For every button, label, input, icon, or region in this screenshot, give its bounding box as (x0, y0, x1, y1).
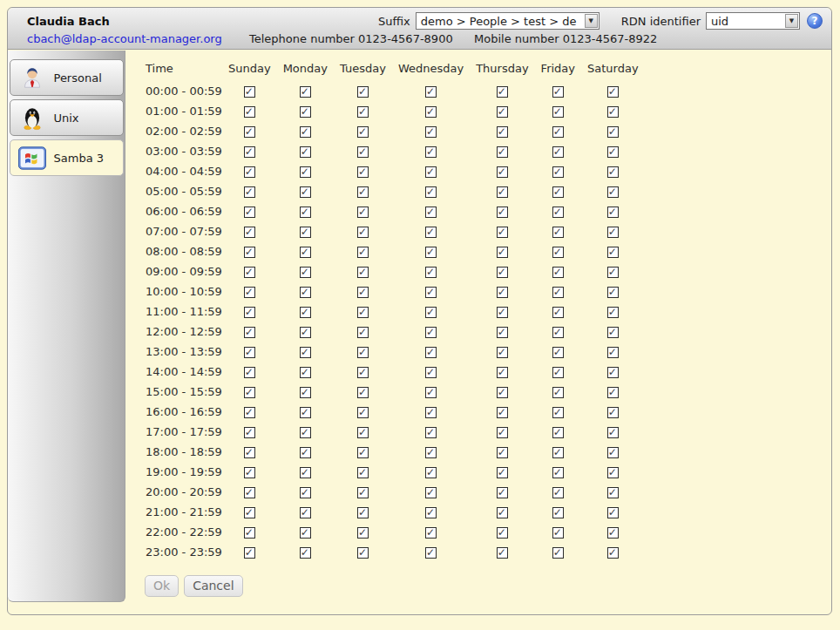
hour-checkbox-sunday[interactable] (244, 247, 255, 258)
hour-checkbox-monday[interactable] (300, 447, 311, 458)
hour-checkbox-saturday[interactable] (607, 247, 619, 258)
hour-checkbox-wednesday[interactable] (425, 427, 437, 438)
hour-checkbox-monday[interactable] (300, 367, 311, 378)
hour-checkbox-wednesday[interactable] (425, 487, 437, 498)
hour-checkbox-monday[interactable] (300, 407, 311, 418)
hour-checkbox-saturday[interactable] (607, 146, 619, 158)
hour-checkbox-thursday[interactable] (497, 507, 508, 518)
hour-checkbox-wednesday[interactable] (425, 146, 437, 158)
hour-checkbox-tuesday[interactable] (357, 507, 369, 518)
hour-checkbox-wednesday[interactable] (425, 507, 437, 518)
hour-checkbox-saturday[interactable] (607, 547, 619, 559)
hour-checkbox-thursday[interactable] (497, 327, 508, 338)
hour-checkbox-sunday[interactable] (244, 367, 255, 378)
rdn-identifier-select[interactable]: uid ▼ (706, 12, 800, 30)
hour-checkbox-thursday[interactable] (497, 126, 508, 138)
hour-checkbox-friday[interactable] (552, 166, 564, 178)
hour-checkbox-sunday[interactable] (244, 347, 255, 358)
hour-checkbox-friday[interactable] (552, 407, 564, 418)
hour-checkbox-wednesday[interactable] (425, 447, 437, 458)
hour-checkbox-saturday[interactable] (607, 427, 619, 438)
hour-checkbox-tuesday[interactable] (357, 86, 369, 98)
hour-checkbox-saturday[interactable] (607, 166, 619, 178)
hour-checkbox-tuesday[interactable] (357, 186, 369, 198)
hour-checkbox-tuesday[interactable] (357, 247, 369, 258)
hour-checkbox-saturday[interactable] (607, 527, 619, 539)
hour-checkbox-friday[interactable] (552, 527, 564, 539)
hour-checkbox-thursday[interactable] (497, 347, 508, 358)
hour-checkbox-saturday[interactable] (607, 507, 619, 518)
hour-checkbox-sunday[interactable] (244, 106, 255, 118)
hour-checkbox-tuesday[interactable] (357, 267, 369, 278)
ok-button[interactable]: Ok (145, 575, 179, 597)
hour-checkbox-monday[interactable] (300, 247, 311, 258)
hour-checkbox-saturday[interactable] (607, 467, 619, 478)
hour-checkbox-saturday[interactable] (607, 327, 619, 338)
hour-checkbox-thursday[interactable] (497, 86, 508, 98)
hour-checkbox-tuesday[interactable] (357, 166, 369, 178)
hour-checkbox-wednesday[interactable] (425, 327, 437, 338)
chevron-down-icon[interactable]: ▼ (585, 14, 598, 28)
hour-checkbox-monday[interactable] (300, 467, 311, 478)
hour-checkbox-monday[interactable] (300, 307, 311, 318)
hour-checkbox-tuesday[interactable] (357, 527, 369, 539)
hour-checkbox-sunday[interactable] (244, 267, 255, 278)
help-icon[interactable]: ? (807, 13, 823, 29)
hour-checkbox-friday[interactable] (552, 126, 564, 138)
hour-checkbox-tuesday[interactable] (357, 307, 369, 318)
hour-checkbox-thursday[interactable] (497, 247, 508, 258)
hour-checkbox-wednesday[interactable] (425, 86, 437, 98)
hour-checkbox-tuesday[interactable] (357, 126, 369, 138)
hour-checkbox-wednesday[interactable] (425, 367, 437, 378)
hour-checkbox-wednesday[interactable] (425, 247, 437, 258)
hour-checkbox-thursday[interactable] (497, 146, 508, 158)
hour-checkbox-thursday[interactable] (497, 427, 508, 438)
hour-checkbox-friday[interactable] (552, 186, 564, 198)
hour-checkbox-tuesday[interactable] (357, 207, 369, 218)
hour-checkbox-tuesday[interactable] (357, 407, 369, 418)
hour-checkbox-thursday[interactable] (497, 166, 508, 178)
chevron-down-icon[interactable]: ▼ (785, 14, 798, 28)
hour-checkbox-wednesday[interactable] (425, 227, 437, 238)
email-link[interactable]: cbach@ldap-account-manager.org (27, 32, 249, 45)
hour-checkbox-wednesday[interactable] (425, 307, 437, 318)
hour-checkbox-saturday[interactable] (607, 287, 619, 298)
hour-checkbox-friday[interactable] (552, 247, 564, 258)
hour-checkbox-thursday[interactable] (497, 467, 508, 478)
hour-checkbox-sunday[interactable] (244, 86, 255, 98)
hour-checkbox-wednesday[interactable] (425, 106, 437, 118)
hour-checkbox-sunday[interactable] (244, 467, 255, 478)
hour-checkbox-wednesday[interactable] (425, 186, 437, 198)
hour-checkbox-sunday[interactable] (244, 407, 255, 418)
hour-checkbox-saturday[interactable] (607, 487, 619, 498)
hour-checkbox-tuesday[interactable] (357, 367, 369, 378)
hour-checkbox-tuesday[interactable] (357, 447, 369, 458)
hour-checkbox-wednesday[interactable] (425, 387, 437, 398)
hour-checkbox-thursday[interactable] (497, 287, 508, 298)
tab-personal[interactable]: Personal (10, 59, 124, 96)
hour-checkbox-wednesday[interactable] (425, 126, 437, 138)
hour-checkbox-wednesday[interactable] (425, 267, 437, 278)
hour-checkbox-monday[interactable] (300, 527, 311, 539)
hour-checkbox-monday[interactable] (300, 287, 311, 298)
hour-checkbox-tuesday[interactable] (357, 227, 369, 238)
hour-checkbox-sunday[interactable] (244, 207, 255, 218)
hour-checkbox-monday[interactable] (300, 227, 311, 238)
hour-checkbox-tuesday[interactable] (357, 146, 369, 158)
hour-checkbox-tuesday[interactable] (357, 487, 369, 498)
hour-checkbox-friday[interactable] (552, 227, 564, 238)
hour-checkbox-saturday[interactable] (607, 227, 619, 238)
hour-checkbox-monday[interactable] (300, 507, 311, 518)
hour-checkbox-thursday[interactable] (497, 387, 508, 398)
hour-checkbox-friday[interactable] (552, 347, 564, 358)
hour-checkbox-friday[interactable] (552, 86, 564, 98)
hour-checkbox-monday[interactable] (300, 327, 311, 338)
hour-checkbox-thursday[interactable] (497, 267, 508, 278)
tab-samba3[interactable]: Samba 3 (10, 139, 124, 176)
hour-checkbox-thursday[interactable] (497, 106, 508, 118)
hour-checkbox-sunday[interactable] (244, 166, 255, 178)
hour-checkbox-sunday[interactable] (244, 387, 255, 398)
hour-checkbox-thursday[interactable] (497, 407, 508, 418)
hour-checkbox-sunday[interactable] (244, 527, 255, 539)
hour-checkbox-monday[interactable] (300, 86, 311, 98)
